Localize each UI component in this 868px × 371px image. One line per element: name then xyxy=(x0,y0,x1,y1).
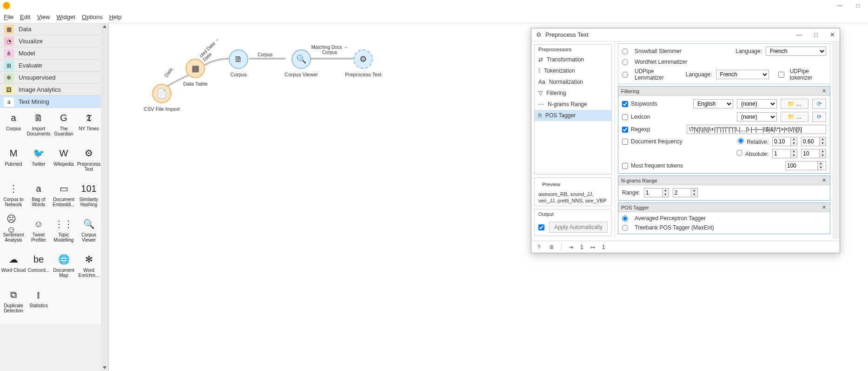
widget-item[interactable]: ⫿Statistics xyxy=(26,288,51,321)
widget-item[interactable]: 🐦Twitter xyxy=(26,146,51,180)
sidebar-scrollbar[interactable] xyxy=(101,23,108,371)
averaged-perceptron-radio[interactable] xyxy=(622,216,628,222)
dialog-scrollbar[interactable] xyxy=(832,41,840,239)
menu-view[interactable]: View xyxy=(37,13,50,20)
widget-item[interactable]: ⋮⋮Topic Modelling xyxy=(51,217,76,250)
wordnet-radio[interactable] xyxy=(622,59,628,65)
close-section-button[interactable]: ✕ xyxy=(821,88,827,94)
widget-item[interactable]: GThe Guardian xyxy=(51,111,76,144)
treebank-radio[interactable] xyxy=(622,225,628,231)
widget-grid: aCorpus🗎Import DocumentsGThe Guardian𝕿NY… xyxy=(0,108,101,324)
snowball-language-select[interactable]: French xyxy=(766,47,826,56)
preview-text: awesom_RB, sound_JJ, veri_JJ, pretti_NNS… xyxy=(538,189,608,204)
relative-min-spinner[interactable]: ▲▼ xyxy=(772,137,797,146)
widget-item[interactable]: WWikipedia xyxy=(51,146,76,180)
stopwords-browse-button[interactable]: 📁... xyxy=(781,99,808,109)
category-visualize[interactable]: ◔Visualize xyxy=(0,35,108,47)
mostfreq-checkbox[interactable] xyxy=(622,163,628,169)
preproc-filtering[interactable]: ▽Filtering xyxy=(535,88,611,99)
category-unsupervised[interactable]: ✻Unsupervised xyxy=(0,72,108,84)
dialog-titlebar[interactable]: ⚙ Preprocess Text — □ ✕ xyxy=(531,28,840,41)
preproc-normalization[interactable]: AaNormalization xyxy=(535,76,611,88)
widget-item[interactable]: aBag of Words xyxy=(26,182,51,215)
stopwords-checkbox[interactable] xyxy=(622,101,628,107)
widget-item[interactable]: beConcord... xyxy=(26,252,51,286)
widget-item[interactable]: ⧉Duplicate Detection xyxy=(1,288,26,321)
widget-item[interactable]: 𝕿NY Times xyxy=(76,111,101,144)
dialog-minimize-button[interactable]: — xyxy=(796,31,802,38)
minimize-button[interactable]: — xyxy=(837,2,842,9)
widget-item[interactable]: ⋮Corpus to Network xyxy=(1,182,26,215)
lexicon-browse-button[interactable]: 📁... xyxy=(781,112,808,122)
category-image[interactable]: 🖼Image Analytics xyxy=(0,84,108,96)
udpipe-tokenizer-checkbox[interactable] xyxy=(778,72,784,78)
widget-item[interactable]: ☁Word Cloud xyxy=(1,252,26,286)
widget-item[interactable]: 101Similarity Hashing xyxy=(76,182,101,215)
apply-button[interactable]: Apply Automatically xyxy=(549,222,608,233)
dialog-close-button[interactable]: ✕ xyxy=(830,31,835,38)
preproc-ngrams[interactable]: ⋯N-grams Range xyxy=(535,99,611,110)
widget-item[interactable]: 🗎Import Documents xyxy=(26,111,51,144)
widget-item[interactable]: aCorpus xyxy=(1,111,26,144)
category-text-mining[interactable]: aText Mining xyxy=(0,96,108,108)
widget-item[interactable]: 🔍Corpus Viewer xyxy=(76,217,101,250)
relative-radio[interactable] xyxy=(738,138,744,144)
preproc-pos-tagger[interactable]: ⎘POS Tagger xyxy=(535,110,611,121)
regexp-input[interactable] xyxy=(687,125,826,134)
report-icon[interactable]: 🗎 xyxy=(548,243,556,251)
preproc-tokenization[interactable]: ⦙⦙Tokenization xyxy=(535,65,611,76)
category-evaluate[interactable]: ⊞Evaluate xyxy=(0,60,108,72)
widget-item[interactable]: ⚙Preprocess Text xyxy=(76,146,101,180)
category-data[interactable]: ▦Data xyxy=(0,23,108,35)
section-normalization: Snowball StemmerLanguage:French WordNet … xyxy=(618,43,830,84)
menu-widget[interactable]: Widget xyxy=(56,13,75,20)
widget-icon: 🐦 xyxy=(32,146,46,160)
apply-auto-checkbox[interactable] xyxy=(538,224,544,230)
node-data-table[interactable]: ▦ Data Table xyxy=(183,59,207,87)
lexicon-reload-button[interactable]: ⟳ xyxy=(812,112,826,122)
mostfreq-spinner[interactable]: ▲▼ xyxy=(785,161,826,170)
widget-icon: ⧉ xyxy=(7,288,20,302)
dialog-title: Preprocess Text xyxy=(545,31,589,38)
widget-item[interactable]: ☹☺Sentiment Analysis xyxy=(1,217,26,250)
udpipe-language-select[interactable]: French xyxy=(716,70,769,79)
relative-max-spinner[interactable]: ▲▼ xyxy=(801,137,826,146)
workflow-canvas[interactable]: 📄 CSV File Import ▦ Data Table 🗎 Corpus … xyxy=(109,23,868,371)
category-model[interactable]: ⋔Model xyxy=(0,47,108,60)
menu-options[interactable]: Options xyxy=(82,13,103,20)
menu-file[interactable]: File xyxy=(4,13,13,20)
widget-item[interactable]: ✻Word Enrichm... xyxy=(76,252,101,286)
maximize-button[interactable]: □ xyxy=(856,2,860,9)
node-corpus[interactable]: 🗎 Corpus xyxy=(229,49,248,77)
close-section-button[interactable]: ✕ xyxy=(821,204,827,211)
widget-icon: ⚙ xyxy=(82,146,96,160)
widget-label: Document Embeddi... xyxy=(51,197,76,207)
stopwords-lang-select[interactable]: English xyxy=(693,99,733,108)
widget-item[interactable]: ▭Document Embeddi... xyxy=(51,182,76,215)
lexicon-file-select[interactable]: (none) xyxy=(737,112,777,121)
menu-edit[interactable]: Edit xyxy=(20,13,30,20)
close-section-button[interactable]: ✕ xyxy=(821,177,827,184)
regexp-checkbox[interactable] xyxy=(622,127,628,133)
snowball-radio[interactable] xyxy=(622,48,628,54)
absolute-radio[interactable] xyxy=(736,150,742,156)
widget-item[interactable]: ☺Tweet Profiler xyxy=(26,217,51,250)
widget-item[interactable]: 🌐Document Map xyxy=(51,252,76,286)
stopwords-reload-button[interactable]: ⟳ xyxy=(812,99,826,109)
widget-item[interactable]: MPubmed xyxy=(1,146,26,180)
help-icon[interactable]: ? xyxy=(535,243,543,251)
widget-label: Corpus xyxy=(1,126,26,131)
menu-help[interactable]: Help xyxy=(109,13,122,20)
dialog-maximize-button[interactable]: □ xyxy=(814,31,818,38)
lexicon-checkbox[interactable] xyxy=(622,114,628,120)
docfreq-checkbox[interactable] xyxy=(622,139,628,145)
ngram-max-spinner[interactable]: ▲▼ xyxy=(673,188,698,197)
node-csv-import[interactable]: 📄 CSV File Import xyxy=(144,84,180,112)
udpipe-radio[interactable] xyxy=(622,72,628,78)
absolute-min-spinner[interactable]: ▲▼ xyxy=(772,149,797,158)
stopwords-file-select[interactable]: (none) xyxy=(737,99,777,108)
ngram-min-spinner[interactable]: ▲▼ xyxy=(644,188,669,197)
preprocessor-list: Preprocessors ⇄Transformation ⦙⦙Tokeniza… xyxy=(534,44,612,175)
preproc-transformation[interactable]: ⇄Transformation xyxy=(535,54,611,65)
absolute-max-spinner[interactable]: ▲▼ xyxy=(801,149,826,158)
